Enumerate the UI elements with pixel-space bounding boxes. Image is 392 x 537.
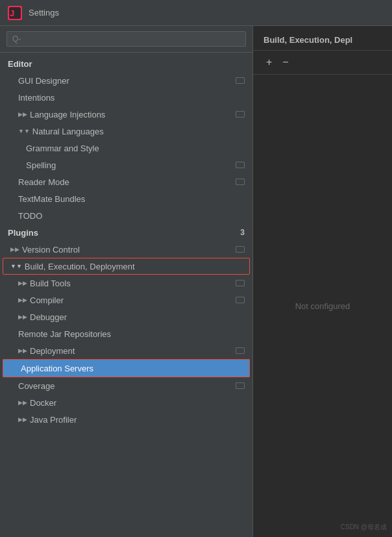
svg-text:J: J [10,8,14,18]
sidebar-item-java-profiler[interactable]: ▶ Java Profiler [0,411,252,428]
right-toolbar: + − [253,51,392,75]
remove-button[interactable]: − [280,56,291,69]
not-configured-label: Not configured [295,301,350,311]
expand-icon: ▶ [18,314,27,320]
right-content: Not configured [253,75,392,537]
sidebar-item-debugger[interactable]: ▶ Debugger [0,308,252,325]
sidebar-item-remote-jar[interactable]: Remote Jar Repositories [0,325,252,342]
sidebar-item-reader-mode[interactable]: Reader Mode [0,173,252,190]
sidebar-item-natural-languages[interactable]: ▼ Natural Languages [0,123,252,140]
add-button[interactable]: + [263,56,275,69]
sidebar-item-docker[interactable]: ▶ Docker [0,394,252,411]
sidebar-item-spelling[interactable]: Spelling [0,156,252,173]
bookmark-icon [236,280,245,286]
bookmark-icon [236,77,245,84]
bookmark-icon [236,382,245,389]
sidebar-item-coverage[interactable]: Coverage [0,377,252,394]
expand-icon: ▼ [18,128,30,134]
sidebar-item-gui-designer[interactable]: GUI Designer [0,72,252,89]
bookmark-icon [236,347,245,354]
sidebar-item-todo[interactable]: TODO [0,207,252,224]
nav-list: Editor GUI Designer Intentions ▶ Languag… [0,53,252,537]
bookmark-icon [236,162,245,168]
sidebar-item-application-servers[interactable]: Application Servers [3,359,250,377]
watermark: CSDN @母若成 [341,523,387,532]
expand-icon: ▶ [18,399,27,406]
right-header: Build, Execution, Depl [253,26,392,51]
expand-icon: ▼ [10,263,22,269]
expand-icon: ▶ [18,297,27,303]
title-bar: J Settings [0,0,392,26]
expand-icon: ▶ [10,246,19,253]
sidebar-item-build-tools[interactable]: ▶ Build Tools [0,275,252,292]
sidebar: Editor GUI Designer Intentions ▶ Languag… [0,26,253,537]
right-panel-title: Build, Execution, Depl [263,35,352,45]
expand-icon: ▶ [18,347,27,354]
sidebar-item-grammar-style[interactable]: Grammar and Style [0,140,252,156]
expand-icon: ▶ [18,111,27,118]
window-title: Settings [29,8,59,18]
right-panel: Build, Execution, Depl + − Not configure… [253,26,392,537]
expand-icon: ▶ [18,416,27,423]
sidebar-item-textmate-bundles[interactable]: TextMate Bundles [0,190,252,207]
bookmark-icon [236,179,245,185]
sidebar-item-compiler[interactable]: ▶ Compiler [0,292,252,308]
search-bar [0,26,252,53]
bookmark-icon [236,297,245,303]
sidebar-item-deployment[interactable]: ▶ Deployment [0,342,252,359]
main-content: Editor GUI Designer Intentions ▶ Languag… [0,26,392,537]
search-input[interactable] [6,31,246,47]
sidebar-item-intentions[interactable]: Intentions [0,89,252,106]
sidebar-item-version-control[interactable]: ▶ Version Control [0,241,252,258]
sidebar-item-editor[interactable]: Editor [0,55,252,72]
sidebar-item-plugins[interactable]: Plugins 3 [0,224,252,241]
expand-icon: ▶ [18,280,27,286]
bookmark-icon [236,111,245,118]
app-logo: J [8,6,22,20]
sidebar-item-build-execution[interactable]: ▼ Build, Execution, Deployment [3,258,250,275]
bookmark-icon [236,246,245,253]
sidebar-item-language-injections[interactable]: ▶ Language Injections [0,106,252,123]
